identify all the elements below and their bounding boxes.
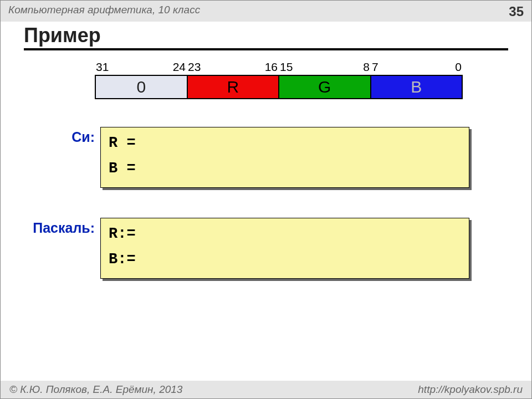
bit-index: 7	[372, 60, 378, 74]
bit-index: 23	[188, 60, 201, 74]
code-line: B =	[109, 156, 461, 182]
example-pascal: Паскаль: R:= B:=	[23, 218, 531, 279]
label-c: Си:	[23, 127, 100, 145]
bit-index: 8	[363, 60, 370, 74]
slide-title: Пример	[24, 24, 531, 47]
bitfield-diagram: 31 24 23 16 15 8 7 0 0 R G B	[95, 60, 472, 99]
title-underline	[24, 48, 508, 50]
bit-index: 16	[265, 60, 278, 74]
bitfield-cell-b: B	[370, 76, 462, 98]
bit-indices: 31 24 23 16 15 8 7 0	[95, 60, 463, 74]
code-line: R =	[109, 131, 461, 156]
example-c: Си: R = B =	[23, 127, 531, 188]
bitfield-cell-g: G	[278, 76, 370, 98]
bit-index: 15	[280, 60, 293, 74]
bitfield-cell-zero: 0	[96, 76, 187, 98]
course-title: Компьютерная арифметика, 10 класс	[8, 4, 200, 16]
code-line: R:=	[109, 222, 461, 247]
bit-index: 0	[455, 60, 462, 74]
bitfield-cell-r: R	[187, 76, 279, 98]
label-pascal: Паскаль:	[23, 218, 100, 236]
codebox-c: R = B =	[100, 127, 469, 188]
footer-authors: © К.Ю. Поляков, Е.А. Ерёмин, 2013	[9, 383, 182, 396]
bitfield-cells: 0 R G B	[95, 75, 463, 99]
page-number: 35	[509, 4, 524, 19]
footer-url: http://kpolyakov.spb.ru	[418, 383, 523, 396]
code-line: B:=	[109, 247, 461, 273]
slide: Компьютерная арифметика, 10 класс 35 При…	[0, 0, 532, 399]
bit-index: 31	[96, 60, 109, 74]
slide-footer: © К.Ю. Поляков, Е.А. Ерёмин, 2013 http:/…	[1, 381, 531, 398]
bit-index: 24	[173, 60, 186, 74]
slide-header: Компьютерная арифметика, 10 класс 35	[1, 1, 531, 22]
codebox-pascal: R:= B:=	[100, 218, 469, 279]
